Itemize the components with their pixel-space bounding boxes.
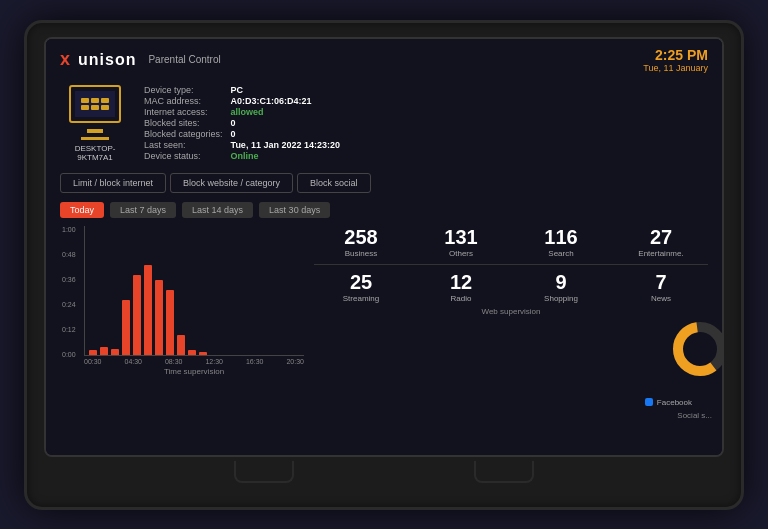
stat-item: 7 News <box>614 271 708 303</box>
facebook-icon <box>645 398 653 406</box>
tab-button[interactable]: Limit / block internet <box>60 173 166 193</box>
stat-item: 258 Business <box>314 226 408 258</box>
donut-chart <box>670 319 722 379</box>
chart-wrapper: 1:000:480:360:240:120:00 00:3004:3008:30… <box>84 226 304 358</box>
tv-screen: x unison Parental Control 2:25 PM Tue, 1… <box>44 37 724 457</box>
info-value: PC <box>231 85 708 95</box>
stand-leg-left <box>234 461 294 483</box>
stat-number: 258 <box>314 226 408 248</box>
filter-bar: TodayLast 7 daysLast 14 daysLast 30 days <box>46 198 722 222</box>
monitor-icon <box>69 85 121 123</box>
chart-bar <box>122 300 130 355</box>
info-label: Internet access: <box>144 107 223 117</box>
chart-bars <box>85 226 304 355</box>
stat-number: 25 <box>314 271 408 293</box>
stat-item: 27 Entertainme. <box>614 226 708 258</box>
facebook-label: Facebook <box>657 398 692 407</box>
chart-bar <box>166 290 174 355</box>
device-name: DESKTOP-9KTM7A1 <box>60 144 130 162</box>
y-label: 0:12 <box>62 326 76 333</box>
filter-button[interactable]: Last 7 days <box>110 202 176 218</box>
stat-number: 131 <box>414 226 508 248</box>
filter-button[interactable]: Today <box>60 202 104 218</box>
clock-date: Tue, 11 January <box>643 63 708 73</box>
monitor-cell <box>81 98 89 103</box>
donut-svg <box>670 319 722 379</box>
tv-frame: x unison Parental Control 2:25 PM Tue, 1… <box>24 20 744 510</box>
screen-content: x unison Parental Control 2:25 PM Tue, 1… <box>46 39 722 455</box>
filter-button[interactable]: Last 30 days <box>259 202 330 218</box>
chart-bar <box>133 275 141 355</box>
logo-area: x unison Parental Control <box>60 49 221 70</box>
info-value: 0 <box>231 118 708 128</box>
filter-button[interactable]: Last 14 days <box>182 202 253 218</box>
info-label: Blocked sites: <box>144 118 223 128</box>
tv-stand <box>234 461 534 483</box>
stat-item: 116 Search <box>514 226 608 258</box>
main-content: 1:000:480:360:240:120:00 00:3004:3008:30… <box>46 222 722 362</box>
tab-button[interactable]: Block website / category <box>170 173 293 193</box>
stat-item: 25 Streaming <box>314 271 408 303</box>
info-label: Device status: <box>144 151 223 161</box>
monitor-cell <box>101 98 109 103</box>
x-label: 20:30 <box>286 358 304 365</box>
logo-name: unison <box>78 51 136 69</box>
stat-number: 27 <box>614 226 708 248</box>
y-label: 0:36 <box>62 276 76 283</box>
chart-bar <box>89 350 97 355</box>
stand-leg-right <box>474 461 534 483</box>
stat-number: 116 <box>514 226 608 248</box>
chart-bar <box>177 335 185 355</box>
stats-divider <box>314 264 708 265</box>
y-label: 1:00 <box>62 226 76 233</box>
header: x unison Parental Control 2:25 PM Tue, 1… <box>46 39 722 79</box>
info-value: 0 <box>231 129 708 139</box>
stat-number: 7 <box>614 271 708 293</box>
stats-area: 258 Business131 Others116 Search27 Enter… <box>314 226 708 358</box>
chart-x-labels: 00:3004:3008:3012:3016:3020:30 <box>84 358 304 365</box>
tab-bar: Limit / block internetBlock website / ca… <box>46 168 722 198</box>
x-label: 04:30 <box>124 358 142 365</box>
device-icon-box: DESKTOP-9KTM7A1 <box>60 85 130 162</box>
chart-title: Time supervision <box>84 367 304 376</box>
clock-time: 2:25 PM <box>643 47 708 63</box>
info-value: allowed <box>231 107 708 117</box>
info-label: Device type: <box>144 85 223 95</box>
monitor-grid <box>81 98 109 110</box>
chart-bar <box>155 280 163 355</box>
stat-label: Search <box>514 249 608 258</box>
stat-number: 9 <box>514 271 608 293</box>
y-label: 0:00 <box>62 351 76 358</box>
y-label: 0:24 <box>62 301 76 308</box>
stats-top-grid: 258 Business131 Others116 Search27 Enter… <box>314 226 708 258</box>
info-value: Tue, 11 Jan 2022 14:23:20 <box>231 140 708 150</box>
chart-bar <box>100 347 108 355</box>
web-supervision-label: Web supervision <box>314 307 708 316</box>
logo-subtitle: Parental Control <box>148 54 220 65</box>
y-label: 0:48 <box>62 251 76 258</box>
chart-bar <box>199 352 207 355</box>
stat-label: News <box>614 294 708 303</box>
stat-label: Entertainme. <box>614 249 708 258</box>
tab-button[interactable]: Block social <box>297 173 371 193</box>
chart-bar <box>144 265 152 355</box>
device-info: Device type:PCMAC address:A0:D3:C1:06:D4… <box>144 85 708 162</box>
x-label: 08:30 <box>165 358 183 365</box>
monitor-screen-inner <box>75 91 115 117</box>
x-label: 16:30 <box>246 358 264 365</box>
x-label: 00:30 <box>84 358 102 365</box>
monitor-stand <box>87 129 103 133</box>
chart-bar <box>111 349 119 355</box>
info-label: Blocked categories: <box>144 129 223 139</box>
stat-label: Others <box>414 249 508 258</box>
monitor-base <box>81 137 109 140</box>
device-section: DESKTOP-9KTM7A1 Device type:PCMAC addres… <box>46 79 722 168</box>
chart-area <box>84 226 304 356</box>
monitor-cell <box>91 105 99 110</box>
info-value: Online <box>231 151 708 161</box>
stat-label: Streaming <box>314 294 408 303</box>
monitor-cell <box>91 98 99 103</box>
social-legend: Facebook <box>645 398 692 407</box>
info-grid: Device type:PCMAC address:A0:D3:C1:06:D4… <box>144 85 708 161</box>
stats-bottom-grid: 25 Streaming12 Radio9 Shopping7 News <box>314 271 708 303</box>
